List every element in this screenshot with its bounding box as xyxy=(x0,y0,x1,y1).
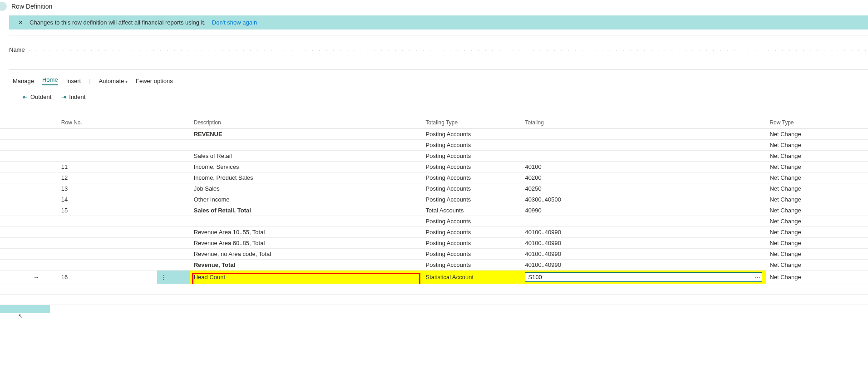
cell-totaling-type[interactable]: Posting Accounts xyxy=(422,172,522,183)
menu-insert[interactable]: Insert xyxy=(66,78,81,84)
menu-home[interactable]: Home xyxy=(42,76,58,85)
row-menu[interactable] xyxy=(157,194,190,205)
cell-row-type[interactable]: Net Change xyxy=(766,205,868,216)
empty-cell[interactable] xyxy=(157,295,190,305)
cell-rowno[interactable] xyxy=(58,260,157,271)
cell-totaling[interactable]: 40300..40500 xyxy=(521,194,766,205)
cell-rowno[interactable]: 14 xyxy=(58,194,157,205)
cell-row-type[interactable]: Net Change xyxy=(766,271,868,284)
row-menu[interactable] xyxy=(157,172,190,183)
row-selector[interactable] xyxy=(0,216,14,227)
cell-rowno[interactable]: 11 xyxy=(58,162,157,172)
row-selector[interactable] xyxy=(0,205,14,216)
cell-description[interactable]: Revenue Area 60..85, Total xyxy=(190,238,422,249)
cell-row-type[interactable]: Net Change xyxy=(766,260,868,271)
row-selector[interactable] xyxy=(0,249,14,260)
row-menu[interactable] xyxy=(157,238,190,249)
cell-totaling-type[interactable]: Total Accounts xyxy=(422,205,522,216)
menu-automate[interactable]: Automate xyxy=(99,78,128,84)
cell-row-type[interactable]: Net Change xyxy=(766,162,868,172)
cell-row-type[interactable]: Net Change xyxy=(766,172,868,183)
col-description[interactable]: Description xyxy=(190,117,422,129)
cell-rowno[interactable] xyxy=(58,227,157,238)
cell-row-type[interactable]: Net Change xyxy=(766,238,868,249)
cell-totaling-type[interactable]: Posting Accounts xyxy=(422,140,522,151)
table-row[interactable] xyxy=(0,295,868,305)
cell-totaling[interactable]: 40100..40990 xyxy=(521,260,766,271)
cell-totaling[interactable]: 40100..40990 xyxy=(521,249,766,260)
row-menu[interactable] xyxy=(157,227,190,238)
row-selector[interactable] xyxy=(0,194,14,205)
cell-rowno[interactable] xyxy=(58,129,157,140)
row-menu[interactable] xyxy=(157,183,190,194)
cell-rowno[interactable]: 13 xyxy=(58,183,157,194)
empty-cell[interactable] xyxy=(422,284,522,295)
row-menu[interactable]: ⋮ xyxy=(157,271,190,284)
table-row[interactable]: 13Job SalesPosting Accounts40250Net Chan… xyxy=(0,183,868,194)
empty-cell[interactable] xyxy=(157,284,190,295)
cell-row-type[interactable]: Net Change xyxy=(766,129,868,140)
row-selector[interactable] xyxy=(0,260,14,271)
empty-cell[interactable] xyxy=(766,284,868,295)
empty-cell[interactable] xyxy=(58,284,157,295)
row-selector[interactable] xyxy=(0,172,14,183)
cell-rowno[interactable] xyxy=(58,151,157,162)
table-row[interactable] xyxy=(0,284,868,295)
cell-totaling-type[interactable]: Posting Accounts xyxy=(422,216,522,227)
row-selector[interactable] xyxy=(0,227,14,238)
table-row[interactable]: 12Income, Product SalesPosting Accounts4… xyxy=(0,172,868,183)
empty-cell[interactable] xyxy=(766,295,868,305)
table-row[interactable]: 11Income, ServicesPosting Accounts40100N… xyxy=(0,162,868,172)
empty-cell[interactable] xyxy=(422,295,522,305)
row-selector[interactable] xyxy=(0,183,14,194)
row-selector[interactable] xyxy=(0,140,14,151)
cell-row-type[interactable]: Net Change xyxy=(766,151,868,162)
outdent-button[interactable]: ⇤ Outdent xyxy=(23,93,51,100)
cell-totaling-type[interactable]: Posting Accounts xyxy=(422,194,522,205)
cell-row-type[interactable]: Net Change xyxy=(766,227,868,238)
cell-totaling-type[interactable]: Posting Accounts xyxy=(422,249,522,260)
cell-totaling[interactable]: 40100 xyxy=(521,162,766,172)
cell-row-type[interactable]: Net Change xyxy=(766,216,868,227)
cell-totaling[interactable] xyxy=(521,129,766,140)
row-definition-grid[interactable]: Row No. Description Totaling Type Totali… xyxy=(0,117,868,305)
row-menu[interactable] xyxy=(157,162,190,172)
cell-totaling-type[interactable]: Posting Accounts xyxy=(422,227,522,238)
table-row[interactable]: Revenue Area 10..55, TotalPosting Accoun… xyxy=(0,227,868,238)
row-menu[interactable] xyxy=(157,205,190,216)
cell-row-type[interactable]: Net Change xyxy=(766,249,868,260)
empty-cell[interactable] xyxy=(190,295,422,305)
cell-totaling[interactable]: 40100..40990 xyxy=(521,238,766,249)
menu-fewer-options[interactable]: Fewer options xyxy=(136,78,173,84)
cell-totaling[interactable]: 40100..40990 xyxy=(521,227,766,238)
cell-totaling[interactable] xyxy=(521,151,766,162)
empty-cell[interactable] xyxy=(190,284,422,295)
empty-cell[interactable] xyxy=(14,295,57,305)
row-menu[interactable] xyxy=(157,260,190,271)
cell-totaling[interactable] xyxy=(521,140,766,151)
table-row[interactable]: Posting AccountsNet Change xyxy=(0,216,868,227)
cell-totaling-type[interactable]: Posting Accounts xyxy=(422,238,522,249)
row-selector[interactable] xyxy=(0,238,14,249)
cell-row-type[interactable]: Net Change xyxy=(766,183,868,194)
cell-description[interactable]: Revenue Area 10..55, Total xyxy=(190,227,422,238)
notification-link[interactable]: Don't show again xyxy=(212,19,257,26)
col-row-type[interactable]: Row Type xyxy=(766,117,868,129)
col-rowno[interactable]: Row No. xyxy=(58,117,157,129)
cell-description[interactable]: Job Sales xyxy=(190,183,422,194)
table-row[interactable]: Sales of RetailPosting AccountsNet Chang… xyxy=(0,151,868,162)
empty-cell[interactable] xyxy=(0,295,14,305)
row-menu[interactable] xyxy=(157,249,190,260)
close-icon[interactable]: ✕ xyxy=(18,19,23,26)
col-totaling[interactable]: Totaling xyxy=(521,117,766,129)
cell-totaling[interactable]: ⋯ xyxy=(521,271,766,284)
cell-description[interactable]: Head Count xyxy=(190,271,422,284)
cell-rowno[interactable] xyxy=(58,140,157,151)
cell-description[interactable]: Income, Services xyxy=(190,162,422,172)
cell-description[interactable]: Income, Product Sales xyxy=(190,172,422,183)
row-selector[interactable] xyxy=(0,271,14,284)
table-row[interactable]: REVENUEPosting AccountsNet Change xyxy=(0,129,868,140)
table-row[interactable]: 14Other IncomePosting Accounts40300..405… xyxy=(0,194,868,205)
more-icon[interactable]: ⋮ xyxy=(161,274,167,280)
cell-description[interactable]: Sales of Retail, Total xyxy=(190,205,422,216)
